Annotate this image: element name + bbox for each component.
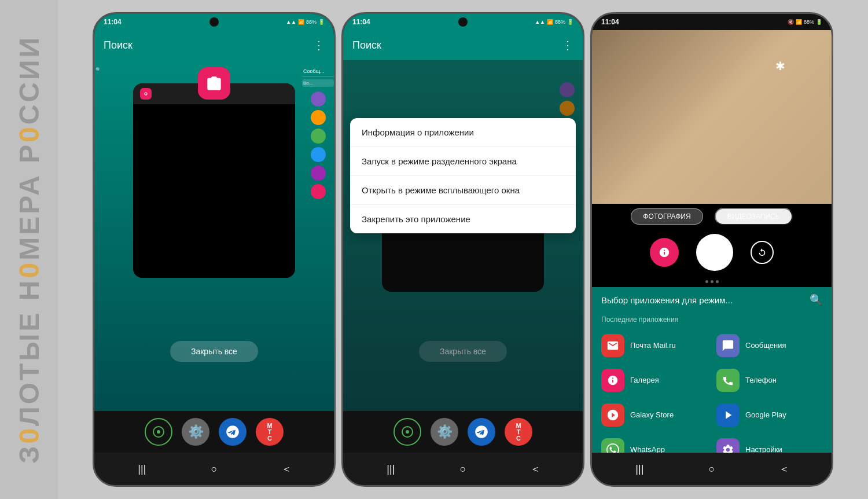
camera-notch-2 [458, 17, 468, 27]
nav-back-1[interactable]: ＜ [278, 460, 295, 478]
filter-icon [658, 246, 671, 259]
dock-telegram-2[interactable] [468, 418, 495, 446]
gallery-name: Галерея [630, 376, 659, 384]
messages-svg [722, 339, 734, 352]
ctx-item-pin[interactable]: Закрепить это приложение [350, 205, 576, 233]
search-left: 🔍 [94, 66, 117, 74]
side-left-panel: 🔍 [94, 60, 117, 411]
camera-controls [592, 229, 832, 276]
camera-viewfinder: ✱ [592, 30, 832, 204]
phones-container: 11:04 ▲▲ 📶 88% 🔋 Поиск ⋮ [58, 0, 868, 499]
dock-dial-1[interactable] [145, 418, 172, 446]
galaxy-store-name: Galaxy Store [630, 410, 674, 419]
dock-2: ⚙️ М Т С [343, 411, 583, 453]
avatar-2-1 [560, 82, 575, 97]
top-bar-1: Поиск ⋮ [94, 30, 334, 60]
close-all-btn-1[interactable]: Закрыть все [170, 341, 258, 362]
settings-svg [722, 443, 734, 453]
avatar-2-2 [560, 101, 575, 116]
avatar-2 [311, 110, 326, 125]
nav-home-1[interactable]: ○ [205, 460, 223, 478]
nav-back-2[interactable]: ＜ [527, 460, 544, 478]
time-2: 11:04 [352, 18, 370, 26]
recent-apps-1: Сообщ... Во... 🔍 [94, 60, 334, 411]
app-item-galaxy-store[interactable]: Galaxy Store [597, 398, 712, 432]
dial-icon [152, 425, 165, 439]
nav-home-3[interactable]: ○ [703, 460, 720, 478]
app-item-settings[interactable]: Настройки [712, 432, 827, 453]
nav-recent-2[interactable]: ||| [382, 460, 399, 478]
camera-notch-3 [707, 17, 716, 27]
dock-dial-2[interactable] [393, 418, 421, 446]
app-card-icon [140, 88, 152, 100]
more-icon-2[interactable]: ⋮ [562, 38, 573, 52]
ctx-item-info[interactable]: Информация о приложении [350, 118, 576, 147]
dock-telegram-1[interactable] [219, 418, 247, 446]
time-3: 11:04 [601, 18, 619, 26]
app-item-mail[interactable]: Почта Mail.ru [597, 328, 712, 363]
nav-back-3[interactable]: ＜ [775, 460, 793, 478]
google-play-name: Google Play [745, 410, 786, 419]
card-icon-svg [142, 90, 149, 97]
ctx-item-popup[interactable]: Открыть в режиме всплывающего окна [350, 176, 576, 205]
camera-cursor: ✱ [775, 59, 785, 73]
dot2 [711, 280, 713, 283]
app-item-messages[interactable]: Сообщения [712, 328, 827, 363]
app-picker-title: Выбор приложения для режим... [601, 295, 733, 305]
app-item-whatsapp[interactable]: WhatsApp [597, 432, 712, 453]
svg-point-1 [157, 430, 160, 434]
app-item-google-play[interactable]: Google Play [712, 398, 827, 432]
phone-1: 11:04 ▲▲ 📶 88% 🔋 Поиск ⋮ [93, 12, 336, 487]
status-bar-3: 11:04 🔇 📶 88% 🔋 [592, 14, 832, 30]
watermark: З0ЛОТЫЕ Н0МЕРА Р0ССИИ [0, 0, 58, 499]
video-mode-btn[interactable]: ВИДЕОЗАПИСЬ [715, 208, 793, 225]
app-picker-grid: Почта Mail.ru Сообщения [592, 328, 832, 453]
app-card-1[interactable] [133, 83, 295, 278]
status-bar-2: 11:04 ▲▲ 📶 88% 🔋 [343, 14, 583, 30]
dock-1: ⚙️ М Т С [94, 411, 334, 453]
dial-icon-2 [400, 425, 414, 439]
app-picker-search-icon[interactable]: 🔍 [810, 293, 822, 306]
close-all-btn-2[interactable]: Закрыть все [419, 341, 507, 362]
photo-mode-btn[interactable]: ФОТОГРАФИЯ [631, 208, 703, 225]
messages-name: Сообщения [745, 341, 786, 350]
phone-svg [722, 374, 734, 387]
side-right-panel-2 [551, 60, 583, 411]
recent-apps-2: Закрыть все [343, 60, 583, 411]
nav-recent-1[interactable]: ||| [133, 460, 150, 478]
gallery-icon [601, 369, 624, 392]
app-item-phone[interactable]: Телефон [712, 363, 827, 398]
avatar-3 [311, 129, 326, 144]
dock-mts-2[interactable]: М Т С [505, 418, 532, 446]
avatar-6 [311, 184, 326, 199]
dock-settings-2[interactable]: ⚙️ [431, 418, 458, 446]
bottom-nav-3: ||| ○ ＜ [592, 453, 832, 485]
flip-btn[interactable] [751, 241, 774, 264]
nav-recent-3[interactable]: ||| [631, 460, 648, 478]
galaxy-store-icon [601, 403, 624, 427]
google-play-icon [716, 403, 740, 427]
phone-name: Телефон [745, 376, 777, 384]
shutter-btn[interactable] [696, 234, 733, 271]
camera-svg [206, 75, 222, 91]
app-item-gallery[interactable]: Галерея [597, 363, 712, 398]
more-icon-1[interactable]: ⋮ [313, 38, 325, 52]
whatsapp-name: WhatsApp [630, 445, 665, 453]
ctx-item-split[interactable]: Запуск в режиме разделенного экрана [350, 147, 576, 176]
status-icons-2: ▲▲ 📶 88% 🔋 [535, 19, 573, 25]
status-icons-1: ▲▲ 📶 88% 🔋 [286, 19, 325, 25]
side-msg-label: Сообщ... [302, 66, 334, 77]
app-picker-panel: Выбор приложения для режим... 🔍 Последни… [592, 287, 832, 453]
flip-icon [757, 247, 767, 258]
dot1 [705, 280, 708, 283]
nav-home-2[interactable]: ○ [454, 460, 472, 478]
phone1-screen: Сообщ... Во... 🔍 [94, 60, 334, 485]
floating-camera-icon[interactable] [198, 67, 230, 100]
dock-mts-1[interactable]: М Т С [256, 418, 284, 446]
filter-btn[interactable] [650, 238, 679, 267]
cam-dots [592, 276, 832, 287]
phone2-screen: Информация о приложении Запуск в режиме … [343, 60, 583, 485]
dock-settings-1[interactable]: ⚙️ [182, 418, 209, 446]
avatar-list [302, 91, 334, 199]
store-svg [606, 409, 619, 421]
